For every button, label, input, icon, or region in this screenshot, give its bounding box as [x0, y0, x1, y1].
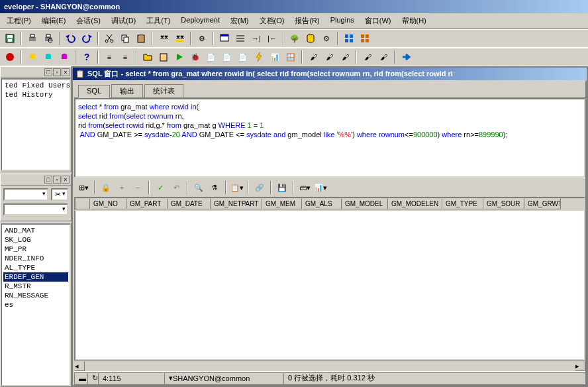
save-grid-icon[interactable]: 💾 — [275, 180, 289, 195]
tree-item[interactable]: AL_TYPE — [3, 263, 68, 272]
chart-icon[interactable]: 📊 — [268, 50, 282, 64]
cut-icon[interactable] — [102, 31, 117, 46]
chart-grid-icon[interactable]: 📊▾ — [313, 180, 328, 195]
paste-icon[interactable] — [134, 31, 148, 46]
find-icon[interactable] — [156, 31, 171, 46]
scroll-left-icon[interactable]: ◂ — [74, 361, 85, 371]
column-header[interactable]: GM_ALS — [302, 198, 342, 209]
filter-dropdown-2[interactable]: ✂ — [51, 188, 68, 201]
column-header[interactable]: GM_NETPART — [211, 198, 262, 209]
panel-min-icon[interactable]: □ — [44, 68, 52, 76]
add-row-icon[interactable]: + — [115, 180, 129, 195]
menu-item[interactable]: 调试(D) — [107, 15, 140, 27]
script3-icon[interactable]: 📄 — [236, 50, 250, 64]
stop-icon[interactable] — [3, 50, 17, 64]
debug-icon[interactable]: 🐞 — [188, 50, 203, 64]
save-icon[interactable] — [3, 31, 17, 46]
brush3-icon[interactable]: 🖌 — [338, 50, 352, 64]
redo-icon[interactable] — [79, 31, 94, 46]
column-header[interactable] — [75, 198, 90, 209]
column-header[interactable]: GM_MEM — [262, 198, 302, 209]
tree-item[interactable]: R_MSTR — [3, 282, 68, 291]
column-header[interactable]: GM_NO — [90, 198, 126, 209]
align-right-icon[interactable]: ≡ — [118, 50, 132, 64]
tree-item[interactable]: SK_LOG — [3, 235, 68, 245]
folder-icon[interactable] — [140, 50, 155, 64]
tree-item[interactable]: NDER_INFO — [3, 254, 68, 263]
tree-item[interactable]: es — [3, 300, 68, 309]
column-header[interactable]: GM_PART — [126, 198, 168, 209]
tree-item[interactable]: RN_MESSAGE — [3, 291, 68, 300]
menu-item[interactable]: 宏(M) — [226, 15, 253, 27]
window-icon[interactable]: 🪟 — [283, 50, 298, 64]
grid-nav-icon[interactable]: ⊞▾ — [76, 180, 91, 195]
undo-icon[interactable] — [64, 31, 78, 46]
menu-item[interactable]: Deployment — [177, 15, 224, 27]
menu-item[interactable]: 窗口(W) — [361, 15, 395, 27]
align-left-icon[interactable]: ≡ — [102, 50, 117, 64]
tab[interactable]: SQL — [78, 85, 110, 98]
rollback-icon[interactable]: ↶ — [169, 180, 183, 195]
filter-dropdown-3[interactable] — [3, 203, 68, 215]
export-icon[interactable]: 🗃▾ — [297, 180, 312, 195]
tree-item[interactable]: AND_MAT — [3, 226, 68, 235]
status-refresh-icon[interactable]: ↻ — [87, 372, 98, 384]
window-new-icon[interactable] — [217, 31, 232, 46]
panel-pin-icon[interactable]: ▫ — [53, 68, 61, 76]
cyl1-icon[interactable] — [25, 50, 40, 64]
column-header[interactable]: GM_GRWT — [524, 198, 561, 209]
panel-pin-icon[interactable]: ▫ — [53, 176, 61, 184]
panel-close-icon[interactable]: × — [62, 68, 70, 76]
grid2-icon[interactable] — [358, 31, 372, 46]
menu-item[interactable]: 工程(P) — [3, 15, 35, 27]
print-preview-icon[interactable] — [41, 31, 56, 46]
cyl3-icon[interactable] — [57, 50, 72, 64]
tool-icon[interactable]: ⚙ — [195, 31, 209, 46]
clipboard-icon[interactable] — [156, 50, 171, 64]
cyl2-icon[interactable] — [41, 50, 56, 64]
help-icon[interactable]: ? — [79, 50, 94, 64]
tree-icon[interactable]: 🌳 — [287, 31, 302, 46]
connection-label[interactable]: SHANGYON@common — [173, 374, 250, 382]
scroll-right-icon[interactable]: ▸ — [575, 361, 585, 371]
lock-icon[interactable]: 🔒 — [99, 180, 113, 195]
run-icon[interactable] — [172, 50, 187, 64]
panel-close-icon[interactable]: × — [62, 176, 70, 184]
copy-grid-icon[interactable]: 📋▾ — [230, 180, 244, 195]
menu-item[interactable]: 会话(S) — [72, 15, 105, 27]
brush1-icon[interactable]: 🖌 — [306, 50, 320, 64]
tree-item[interactable]: MP_PR — [3, 245, 68, 254]
menu-item[interactable]: 编辑(E) — [38, 15, 70, 27]
filter-dropdown-1[interactable] — [3, 188, 48, 201]
lightning-icon[interactable] — [252, 50, 266, 64]
tab[interactable]: 统计表 — [144, 84, 183, 97]
menu-item[interactable]: Plugins — [326, 15, 358, 27]
menu-item[interactable]: 工具(T) — [142, 15, 174, 27]
next-icon[interactable] — [399, 50, 413, 64]
list-icon[interactable] — [233, 31, 248, 46]
replace-icon[interactable] — [172, 31, 187, 46]
tree-item[interactable]: ted History — [3, 90, 68, 99]
column-header[interactable]: GM_SOUR — [483, 198, 524, 209]
grid-body[interactable] — [74, 211, 585, 360]
column-header[interactable]: GM_MODELEN — [388, 198, 442, 209]
indent-icon[interactable]: →| — [249, 31, 264, 46]
brush2-icon[interactable]: 🖌 — [322, 50, 336, 64]
commit-icon[interactable]: ✓ — [153, 180, 168, 195]
filter-icon[interactable]: ⚗ — [207, 180, 222, 195]
tree-item[interactable]: ERDEF_GEN — [3, 272, 68, 282]
brush4-icon[interactable]: 🖌 — [360, 50, 375, 64]
sql-editor[interactable]: select * from gra_mat where rowid in(sel… — [74, 98, 585, 178]
tree-item[interactable]: ted Fixed Users — [3, 81, 68, 90]
copy-icon[interactable] — [118, 31, 132, 46]
menu-item[interactable]: 帮助(H) — [398, 15, 430, 27]
del-row-icon[interactable]: − — [130, 180, 145, 195]
column-header[interactable]: GM_DATE — [168, 198, 211, 209]
menu-item[interactable]: 文档(O) — [256, 15, 289, 27]
script2-icon[interactable]: 📄 — [220, 50, 234, 64]
tab[interactable]: 输出 — [111, 84, 143, 97]
outdent-icon[interactable]: |← — [265, 31, 279, 46]
grid-icon[interactable] — [342, 31, 356, 46]
print-icon[interactable] — [25, 31, 40, 46]
db-icon[interactable] — [303, 31, 318, 46]
